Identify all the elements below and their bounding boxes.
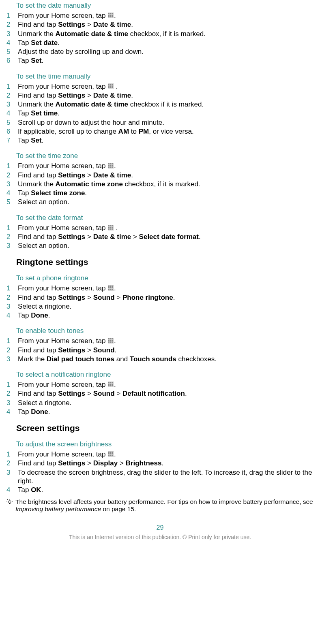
- svg-rect-25: [110, 165, 111, 166]
- svg-rect-15: [110, 85, 111, 87]
- svg-rect-76: [112, 453, 113, 454]
- svg-rect-34: [108, 227, 110, 228]
- step-text: Select a ringtone.: [18, 302, 316, 311]
- apps-icon: [108, 285, 114, 291]
- step-item: 5Select an option.: [4, 198, 316, 206]
- step-number: 1: [4, 11, 18, 20]
- step-text: Tap Done.: [18, 407, 316, 416]
- step-number: 4: [4, 311, 18, 320]
- step-number: 4: [4, 109, 18, 117]
- step-item: 1From your Home screen, tap .: [4, 337, 316, 345]
- step-item: 6If applicable, scroll up to change AM t…: [4, 127, 316, 136]
- svg-rect-52: [110, 338, 111, 339]
- step-number: 4: [4, 486, 18, 494]
- svg-rect-5: [110, 15, 111, 16]
- step-number: 6: [4, 56, 18, 65]
- step-number: 5: [4, 198, 18, 206]
- step-list: 1From your Home screen, tap .2Find and t…: [4, 450, 316, 494]
- step-number: 1: [4, 380, 18, 389]
- step-text: Scroll up or down to adjust the hour and…: [18, 118, 316, 127]
- svg-rect-42: [110, 286, 111, 287]
- step-item: 1From your Home screen, tap .: [4, 380, 316, 389]
- step-number: 1: [4, 337, 18, 345]
- step-number: 2: [4, 91, 18, 100]
- step-number: 2: [4, 293, 18, 302]
- step-item: 7Tap Set.: [4, 136, 316, 145]
- procedure-title: To enable touch tones: [16, 327, 316, 335]
- step-number: 1: [4, 162, 18, 170]
- step-number: 7: [4, 136, 18, 145]
- svg-rect-64: [108, 384, 110, 385]
- step-number: 1: [4, 224, 18, 232]
- svg-rect-67: [108, 385, 110, 386]
- svg-rect-29: [112, 166, 113, 168]
- svg-rect-13: [112, 84, 113, 85]
- svg-rect-73: [112, 452, 113, 453]
- svg-rect-45: [110, 287, 111, 288]
- svg-rect-24: [108, 165, 110, 166]
- svg-rect-9: [112, 16, 113, 17]
- step-number: 3: [4, 355, 18, 363]
- step-text: To decrease the screen brightness, drag …: [18, 468, 316, 486]
- svg-rect-31: [108, 225, 110, 226]
- step-text: From your Home screen, tap .: [18, 82, 316, 91]
- step-item: 4Tap Set time.: [4, 109, 316, 117]
- step-item: 2Find and tap Settings > Sound.: [4, 346, 316, 354]
- footer-text: This is an Internet version of this publ…: [4, 534, 316, 540]
- apps-icon: [108, 163, 114, 168]
- section-heading: Screen settings: [16, 423, 316, 433]
- svg-rect-56: [112, 340, 113, 341]
- step-item: 2Find and tap Settings > Date & time.: [4, 91, 316, 100]
- svg-rect-33: [112, 225, 113, 226]
- step-number: 3: [4, 399, 18, 407]
- procedure-title: To set a phone ringtone: [16, 274, 316, 282]
- step-item: 5Adjust the date by scrolling up and dow…: [4, 47, 316, 56]
- step-list: 1From your Home screen, tap .2Find and t…: [4, 284, 316, 320]
- apps-icon: [108, 225, 114, 230]
- step-number: 1: [4, 284, 18, 292]
- svg-rect-53: [112, 338, 113, 339]
- step-number: 3: [4, 180, 18, 188]
- step-item: 5Scroll up or down to adjust the hour an…: [4, 118, 316, 127]
- svg-rect-61: [108, 382, 110, 383]
- svg-rect-72: [110, 452, 111, 453]
- step-list: 1From your Home screen, tap .2Find and t…: [4, 380, 316, 416]
- step-number: 2: [4, 232, 18, 241]
- step-item: 1From your Home screen, tap .: [4, 11, 316, 20]
- svg-rect-27: [108, 166, 110, 168]
- svg-rect-17: [108, 87, 110, 88]
- step-text: From your Home screen, tap .: [18, 224, 316, 232]
- step-text: Tap Set date.: [18, 38, 316, 47]
- step-item: 3Select a ringtone.: [4, 302, 316, 311]
- step-text: Tap Done.: [18, 311, 316, 320]
- svg-rect-23: [112, 163, 113, 164]
- svg-rect-1: [108, 13, 110, 14]
- procedure-title: To set the time zone: [16, 152, 316, 160]
- svg-rect-38: [110, 228, 111, 230]
- step-item: 3Unmark the Automatic date & time checkb…: [4, 100, 316, 109]
- step-text: From your Home screen, tap .: [18, 11, 316, 20]
- svg-rect-74: [108, 453, 110, 454]
- tip-bulb-icon: [6, 500, 13, 507]
- step-text: Find and tap Settings > Sound > Phone ri…: [18, 293, 316, 302]
- step-text: Tap Set.: [18, 56, 316, 65]
- step-item: 3Unmark the Automatic date & time checkb…: [4, 30, 316, 38]
- step-number: 3: [4, 30, 18, 38]
- step-text: Find and tap Settings > Date & time.: [18, 20, 316, 29]
- step-number: 4: [4, 407, 18, 416]
- procedure-title: To select a notification ringtone: [16, 371, 316, 379]
- svg-rect-63: [112, 382, 113, 383]
- step-list: 1From your Home screen, tap .2Find and t…: [4, 337, 316, 363]
- apps-icon: [108, 13, 114, 18]
- step-number: 2: [4, 346, 18, 354]
- step-text: Find and tap Settings > Date & time.: [18, 91, 316, 100]
- step-text: Select an option.: [18, 241, 316, 250]
- step-item: 1From your Home screen, tap .: [4, 224, 316, 232]
- step-number: 3: [4, 100, 18, 109]
- step-number: 2: [4, 171, 18, 179]
- step-item: 1From your Home screen, tap .: [4, 82, 316, 91]
- svg-rect-65: [110, 384, 111, 385]
- step-text: Tap OK.: [18, 486, 316, 494]
- svg-rect-49: [112, 289, 113, 290]
- svg-rect-75: [110, 453, 111, 454]
